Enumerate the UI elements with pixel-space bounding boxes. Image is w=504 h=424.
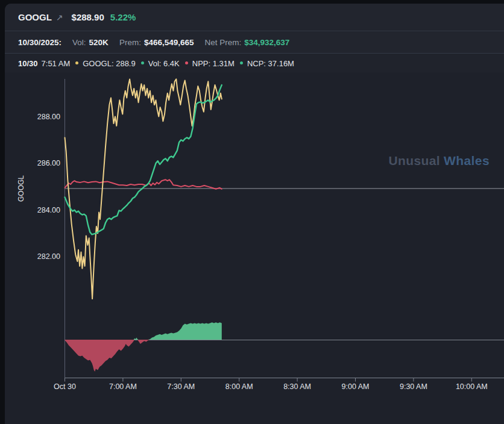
x-tick-label: 8:30 AM: [283, 382, 311, 391]
x-tick-label: 7:30 AM: [167, 382, 195, 391]
series-line-ncp: [65, 85, 222, 234]
flow-area-positive: [65, 322, 222, 340]
y-tick-label: 288.00: [37, 113, 60, 121]
y-tick-label: 282.00: [37, 252, 60, 261]
x-tick-label: 9:30 AM: [400, 382, 427, 391]
y-tick-label: 284.00: [37, 206, 60, 214]
y-tick-label: 286.00: [37, 159, 60, 167]
y-axis-title: GOOGL: [17, 175, 25, 202]
flow-area-negative: [65, 340, 222, 372]
x-tick-label: Oct 30: [54, 382, 76, 391]
x-tick-label: 8:00 AM: [225, 382, 253, 391]
x-tick-label: 7:00 AM: [109, 382, 137, 391]
x-tick-label: 9:00 AM: [342, 382, 370, 391]
x-tick-label: 10:00 AM: [456, 382, 488, 391]
price-flow-chart[interactable]: Oct 307:00 AM7:30 AM8:00 AM8:30 AM9:00 A…: [0, 0, 504, 424]
series-line-googl-price: [65, 79, 222, 299]
